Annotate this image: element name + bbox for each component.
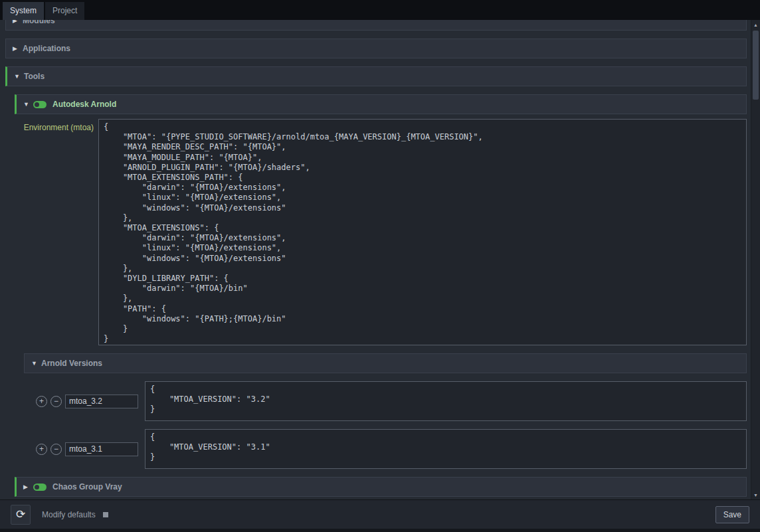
- version-row: + − { "MTOA_VERSION": "3.2" }: [24, 381, 747, 421]
- remove-version-button[interactable]: −: [50, 444, 62, 455]
- section-header-chaos-group-vray[interactable]: ▶ Chaos Group Vray: [15, 477, 747, 497]
- section-header-modules[interactable]: ▶ Modules: [5, 20, 747, 31]
- footer-bar: ⟳ Modify defaults Save: [0, 499, 760, 532]
- chevron-right-icon: ▶: [13, 20, 23, 24]
- refresh-icon: ⟳: [16, 507, 25, 521]
- section-title-modules: Modules: [23, 20, 55, 25]
- section-title-chaos-group-vray: Chaos Group Vray: [52, 482, 122, 491]
- remove-version-button[interactable]: −: [50, 396, 62, 407]
- modify-defaults-label: Modify defaults: [42, 510, 96, 519]
- section-header-arnold-versions[interactable]: ▼ Arnold Versions: [24, 353, 747, 373]
- environment-label: Environment (mtoa): [15, 119, 98, 345]
- scroll-down-button[interactable]: ▼: [751, 490, 760, 499]
- enabled-toggle[interactable]: [33, 484, 47, 491]
- section-header-autodesk-arnold[interactable]: ▼ Autodesk Arnold: [15, 94, 747, 114]
- enabled-toggle[interactable]: [33, 101, 47, 108]
- tab-system-label: System: [10, 6, 37, 15]
- add-version-button[interactable]: +: [36, 444, 47, 455]
- version-name-input[interactable]: [65, 442, 138, 456]
- scroll-up-button[interactable]: ▲: [751, 20, 760, 29]
- vertical-scrollbar[interactable]: ▲ ▼: [751, 20, 760, 499]
- version-row: + − { "MTOA_VERSION": "3.1" }: [24, 429, 747, 469]
- chevron-down-icon: ▼: [14, 73, 24, 80]
- section-header-tools[interactable]: ▼ Tools: [5, 66, 747, 86]
- chevron-right-icon: ▶: [13, 45, 23, 52]
- save-button[interactable]: Save: [715, 506, 749, 523]
- modify-defaults-indicator[interactable]: [103, 512, 108, 517]
- section-title-applications: Applications: [23, 44, 70, 53]
- tab-project-label: Project: [52, 6, 77, 15]
- section-title-arnold-versions: Arnold Versions: [41, 359, 102, 368]
- environment-field-row: Environment (mtoa) { "MTOA": "{PYPE_STUD…: [15, 119, 747, 345]
- version-name-input[interactable]: [65, 395, 138, 408]
- chevron-right-icon: ▶: [23, 484, 33, 490]
- section-title-tools: Tools: [24, 72, 45, 81]
- add-version-button[interactable]: +: [36, 396, 47, 407]
- version-json-textarea[interactable]: { "MTOA_VERSION": "3.2" }: [145, 381, 747, 421]
- version-controls: + −: [24, 395, 145, 408]
- section-title-autodesk-arnold: Autodesk Arnold: [52, 100, 116, 109]
- settings-content: ▶ Modules ▶ Applications ▼ Tools ▼ Autod…: [0, 20, 760, 499]
- section-header-applications[interactable]: ▶ Applications: [5, 39, 747, 58]
- settings-tabbar: System Project: [0, 0, 760, 20]
- scrollbar-thumb[interactable]: [753, 31, 759, 100]
- refresh-button[interactable]: ⟳: [11, 505, 31, 525]
- environment-json-textarea[interactable]: { "MTOA": "{PYPE_STUDIO_SOFTWARE}/arnold…: [98, 119, 747, 345]
- version-json-textarea[interactable]: { "MTOA_VERSION": "3.1" }: [145, 429, 747, 469]
- chevron-down-icon: ▼: [23, 101, 33, 108]
- chevron-down-icon: ▼: [31, 360, 41, 367]
- version-controls: + −: [24, 442, 145, 456]
- tab-project[interactable]: Project: [45, 2, 84, 20]
- settings-scroll-area: ▶ Modules ▶ Applications ▼ Tools ▼ Autod…: [0, 20, 751, 499]
- tab-system[interactable]: System: [3, 2, 44, 20]
